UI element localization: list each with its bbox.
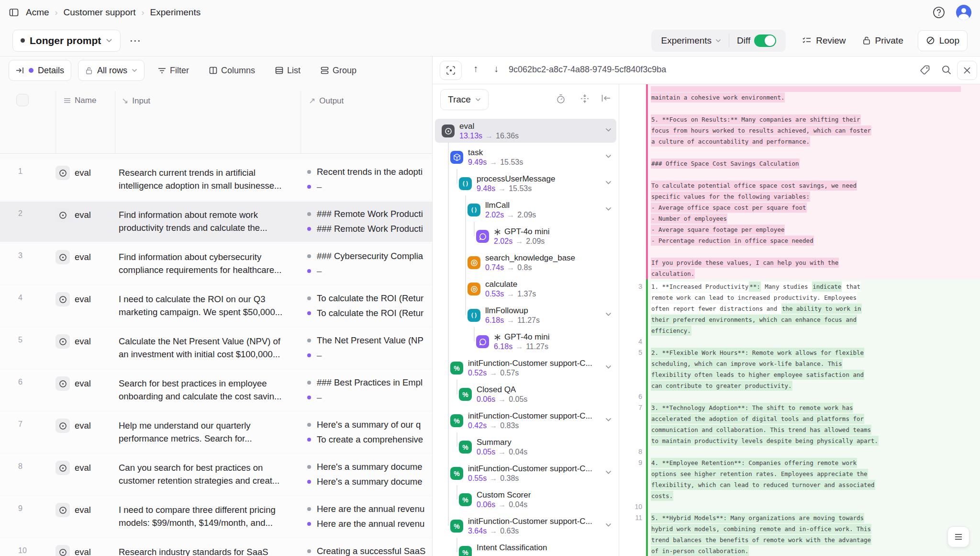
chevron-down-icon[interactable] bbox=[605, 523, 612, 527]
diff-line-number: 4 bbox=[619, 336, 642, 347]
breadcrumb-org[interactable]: Acme bbox=[26, 7, 49, 18]
previous-row-button[interactable]: ↑ bbox=[473, 63, 478, 74]
review-button[interactable]: Review bbox=[802, 35, 846, 46]
list-button[interactable]: List bbox=[268, 60, 307, 81]
span-durations: 2.02s→2.09s bbox=[485, 211, 536, 219]
table-row[interactable]: 10evalResearch industry standards for Sa… bbox=[0, 539, 432, 556]
span-row-custom-scorer[interactable]: %Custom Scorer0.06s→0.04s bbox=[435, 488, 616, 511]
column-header-input[interactable]: ↘ Input bbox=[122, 96, 150, 106]
search-icon[interactable] bbox=[941, 65, 952, 75]
gray-score-dot bbox=[307, 465, 311, 469]
span-row-initfunction-customer-support-c-[interactable]: %initFunction-Customer support-C...0.52s… bbox=[435, 356, 616, 380]
table-row[interactable]: 9evalI need to compare three different p… bbox=[0, 497, 432, 537]
table-row[interactable]: 6evalSearch for best practices in employ… bbox=[0, 370, 432, 410]
table-row[interactable]: 4evalI need to calculate the ROI on our … bbox=[0, 286, 432, 326]
private-button[interactable]: Private bbox=[862, 35, 903, 46]
chevron-down-icon[interactable] bbox=[605, 365, 612, 369]
span-row-calculate[interactable]: calculate0.53s→1.37s bbox=[435, 277, 616, 301]
trace-view-dropdown[interactable]: Trace bbox=[440, 89, 489, 110]
chevron-down-icon[interactable] bbox=[605, 128, 612, 132]
table-row[interactable]: 7evalHelp me understand our quarterlyper… bbox=[0, 412, 432, 453]
span-row-summary[interactable]: %Summary0.05s→0.04s bbox=[435, 435, 616, 459]
span-row-llmcall[interactable]: ()llmCall2.02s→2.09s bbox=[435, 198, 616, 222]
diff-toggle[interactable] bbox=[754, 34, 776, 47]
collapse-panel-left-icon[interactable] bbox=[601, 94, 611, 102]
chevron-down-icon[interactable] bbox=[605, 418, 612, 421]
columns-button[interactable]: Columns bbox=[202, 60, 262, 81]
llm-span-icon bbox=[476, 335, 489, 348]
span-durations: 0.06s→0.05s bbox=[477, 395, 527, 404]
table-row[interactable]: 5evalCalculate the Net Present Value (NP… bbox=[0, 328, 432, 368]
experiment-name: Longer prompt bbox=[30, 35, 101, 46]
span-row-initfunction-customer-support-c-[interactable]: %initFunction-Customer support-C...0.42s… bbox=[435, 408, 616, 432]
span-label: initFunction-Customer support-C... bbox=[468, 411, 592, 421]
chevron-down-icon[interactable] bbox=[605, 470, 612, 474]
lock-icon bbox=[85, 67, 93, 75]
chevron-down-icon[interactable] bbox=[605, 207, 612, 211]
table-header: Name ↘ Input ↗ Output bbox=[0, 84, 432, 154]
help-icon[interactable] bbox=[932, 6, 946, 19]
breadcrumb-separator: › bbox=[55, 8, 58, 18]
loop-button[interactable]: Loop bbox=[918, 30, 968, 51]
table-row[interactable]: 1evalResearch current trends in artifici… bbox=[0, 159, 432, 200]
select-all-checkbox[interactable] bbox=[16, 94, 29, 106]
span-row-search-knowledge-base[interactable]: search_knowledge_base0.74s→0.8s bbox=[435, 250, 616, 274]
timing-icon[interactable] bbox=[556, 94, 566, 104]
span-durations: 2.02s→2.09s bbox=[494, 237, 545, 246]
span-row-llmfollowup[interactable]: ()llmFollowup6.18s→11.27s bbox=[435, 303, 616, 327]
table-row[interactable]: 2evalFind information about remote workp… bbox=[0, 202, 432, 242]
output-cell: Recent trends in the adopti– bbox=[301, 159, 432, 200]
user-avatar[interactable] bbox=[956, 5, 971, 20]
span-row-closed-qa[interactable]: %Closed QA0.06s→0.05s bbox=[435, 382, 616, 406]
chevron-down-icon[interactable] bbox=[605, 181, 612, 184]
group-button[interactable]: Group bbox=[314, 60, 363, 81]
table-row[interactable]: 8evalCan you search for best practices o… bbox=[0, 454, 432, 495]
eval-icon bbox=[56, 376, 70, 391]
details-button[interactable]: Details bbox=[9, 60, 71, 81]
column-header-name[interactable]: Name bbox=[64, 96, 96, 105]
chevron-down-icon[interactable] bbox=[605, 154, 612, 158]
span-row-gpt-4o-mini[interactable]: GPT-4o mini6.18s→11.27s bbox=[435, 329, 616, 353]
span-row-initfunction-customer-support-c-[interactable]: %initFunction-Customer support-C...3.64s… bbox=[435, 514, 616, 538]
breadcrumb-project[interactable]: Customer support bbox=[64, 7, 136, 18]
diff-added-line: 52. **Flexible Work Hours**: Remote work… bbox=[619, 347, 980, 358]
output-text: ### Remote Work Producti bbox=[317, 224, 423, 234]
span-row-intent-classification[interactable]: %Intent Classification bbox=[435, 540, 616, 556]
view-dropdown[interactable]: Experiments bbox=[653, 30, 729, 52]
expand-trace-button[interactable] bbox=[440, 61, 462, 80]
gray-score-dot bbox=[307, 507, 311, 511]
span-label: Intent Classification bbox=[477, 543, 547, 553]
span-row-task[interactable]: task9.49s→15.53s bbox=[435, 145, 616, 169]
group-label: Group bbox=[333, 66, 356, 76]
view-dropdown-label: Experiments bbox=[661, 35, 712, 46]
span-row-gpt-4o-mini[interactable]: GPT-4o mini2.02s→2.09s bbox=[435, 224, 616, 248]
fn-span-icon: () bbox=[468, 204, 480, 216]
table-row[interactable]: 3evalFind information about cybersecurit… bbox=[0, 244, 432, 284]
output-view-menu-button[interactable] bbox=[947, 526, 969, 547]
diff-removed-line bbox=[619, 103, 980, 114]
chevron-down-icon bbox=[475, 98, 481, 102]
span-row-initfunction-customer-support-c-[interactable]: %initFunction-Customer support-C...0.55s… bbox=[435, 461, 616, 485]
chevron-down-icon bbox=[715, 39, 721, 43]
row-number: 10 bbox=[0, 539, 56, 556]
experiment-selector[interactable]: Longer prompt bbox=[12, 30, 121, 52]
column-header-output[interactable]: ↗ Output bbox=[309, 96, 344, 106]
output-text: Here's a summary of our q bbox=[317, 420, 421, 430]
diff-removed-line: - Average square footage per employee bbox=[619, 224, 980, 235]
chevron-down-icon[interactable] bbox=[605, 312, 612, 316]
breadcrumb-section[interactable]: Experiments bbox=[150, 7, 201, 18]
collapse-rows-icon[interactable] bbox=[580, 94, 590, 103]
sidebar-toggle-icon[interactable] bbox=[9, 7, 19, 18]
diff-added-line: 4 bbox=[619, 336, 980, 347]
experiment-menu-button[interactable]: ⋯ bbox=[129, 34, 142, 47]
close-panel-button[interactable] bbox=[957, 61, 977, 80]
all-rows-dropdown[interactable]: All rows bbox=[78, 60, 145, 81]
diff-added-line: efficiency. bbox=[619, 325, 980, 336]
span-row-processusermessage[interactable]: ()processUserMessage9.48s→15.53s bbox=[435, 171, 616, 195]
diff-added-line: accelerated the adoption of digital tool… bbox=[619, 413, 980, 424]
filter-button[interactable]: Filter bbox=[151, 60, 196, 81]
tree-toolbar: Trace bbox=[433, 84, 619, 114]
tag-icon[interactable] bbox=[920, 65, 930, 75]
next-row-button[interactable]: ↓ bbox=[494, 63, 499, 74]
span-row-eval[interactable]: eval13.13s→16.36s bbox=[435, 119, 616, 143]
